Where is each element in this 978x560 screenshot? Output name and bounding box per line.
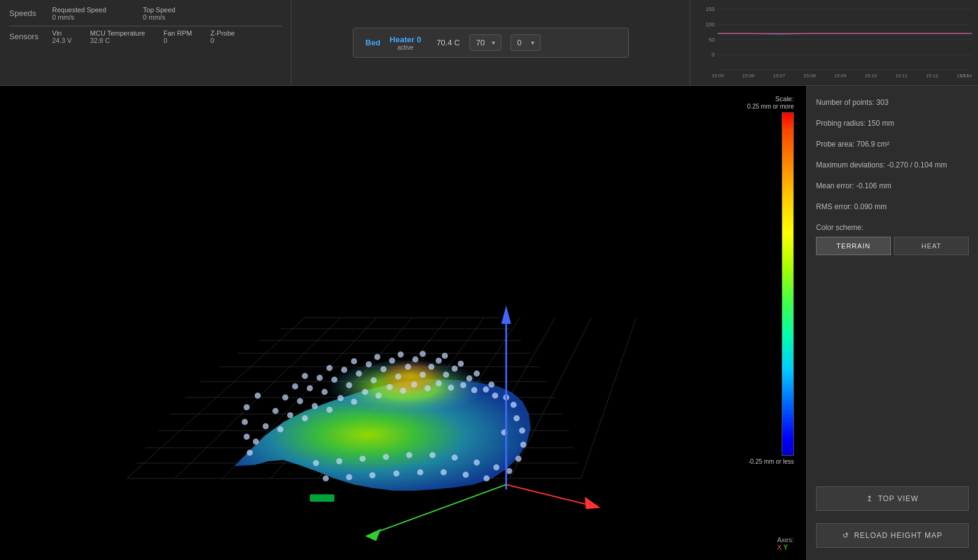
svg-point-136	[244, 404, 250, 410]
reload-height-map-button[interactable]: ↺ RELOAD HEIGHT MAP	[816, 523, 969, 548]
svg-point-103	[302, 373, 308, 379]
svg-point-94	[474, 370, 480, 377]
svg-point-77	[297, 398, 303, 404]
svg-point-83	[443, 372, 449, 378]
svg-point-54	[277, 426, 283, 432]
svg-point-59	[400, 388, 406, 394]
svg-point-111	[323, 475, 329, 481]
terrain-button[interactable]: TERRAIN	[816, 237, 891, 255]
scale-min-label: -0.25 mm or less	[749, 458, 794, 465]
svg-point-64	[510, 402, 517, 408]
svg-point-88	[331, 377, 337, 383]
svg-point-127	[493, 464, 499, 470]
num-points-stat: Number of points: 303	[816, 98, 969, 107]
svg-point-93	[452, 366, 458, 372]
scale-bar-container: Scale: 0.25 mm or more -0.25 mm or less	[747, 95, 794, 465]
fan-rpm-value: 0	[163, 37, 191, 44]
bed-label: Bed	[366, 38, 381, 47]
svg-point-130	[519, 428, 525, 434]
heater-status: active	[398, 44, 414, 51]
svg-point-110	[247, 450, 253, 456]
top-speed-col: Top Speed 0 mm/s	[143, 6, 175, 21]
svg-text:15:14: 15:14	[960, 73, 972, 79]
svg-text:15:07: 15:07	[773, 73, 786, 79]
svg-point-117	[463, 472, 469, 478]
top-speed-label: Top Speed	[143, 6, 175, 13]
sensors-label: Sensors	[9, 29, 52, 41]
svg-point-100	[412, 356, 418, 362]
svg-point-79	[346, 382, 352, 388]
svg-point-118	[483, 475, 490, 481]
svg-text:15:11: 15:11	[895, 73, 908, 79]
svg-point-124	[429, 452, 436, 458]
svg-text:15:09: 15:09	[834, 73, 847, 79]
fan-rpm-col: Fan RPM 0	[163, 29, 191, 44]
svg-point-123	[406, 452, 412, 458]
svg-point-108	[420, 351, 426, 357]
top-speed-value: 0 mm/s	[143, 13, 175, 21]
svg-point-57	[351, 399, 357, 405]
svg-point-121	[360, 456, 366, 462]
svg-text:15:08: 15:08	[804, 73, 817, 79]
heater-name: Heater 0	[390, 35, 421, 44]
svg-point-114	[393, 470, 399, 477]
svg-point-68	[337, 395, 344, 401]
mcu-temp-value: 32.8 C	[90, 37, 145, 44]
svg-point-125	[452, 455, 458, 461]
right-panel: Number of points: 303 Probing radius: 15…	[806, 86, 978, 560]
svg-point-137	[255, 393, 261, 399]
svg-point-73	[460, 382, 466, 388]
svg-text:50: 50	[709, 37, 715, 43]
max-deviations-stat: Maximum deviations: -0.270 / 0.104 mm	[816, 161, 969, 169]
svg-point-66	[287, 412, 293, 418]
axes-label: Axes: X Y	[777, 536, 794, 551]
sensors-data: Vin 24.3 V MCU Temperature 32.8 C Fan RP…	[52, 29, 235, 44]
heater-current-temp: 70.4 C	[436, 38, 460, 47]
svg-point-84	[466, 375, 472, 382]
mcu-temp-col: MCU Temperature 32.8 C	[90, 29, 145, 44]
svg-point-91	[405, 364, 411, 370]
svg-point-72	[436, 380, 442, 386]
svg-point-135	[242, 419, 248, 425]
scale-max-label: 0.25 mm or more	[747, 103, 794, 110]
3d-view[interactable]: Scale: 0.25 mm or more -0.25 mm or less …	[0, 86, 806, 560]
svg-point-122	[383, 454, 389, 460]
svg-point-126	[474, 459, 480, 466]
mcu-temp-label: MCU Temperature	[90, 29, 145, 37]
arrow-up-icon: ↥	[866, 494, 873, 503]
svg-point-105	[351, 358, 357, 364]
speeds-data: Requested Speed 0 mm/s Top Speed 0 mm/s	[52, 6, 175, 21]
heat-button[interactable]: HEAT	[894, 237, 969, 255]
svg-point-112	[346, 474, 352, 480]
svg-point-87	[307, 385, 313, 391]
sensors-row: Sensors Vin 24.3 V MCU Temperature 32.8 …	[9, 29, 282, 44]
svg-point-76	[272, 408, 279, 414]
svg-point-120	[336, 458, 342, 464]
svg-point-106	[374, 354, 380, 360]
svg-point-80	[371, 377, 377, 383]
svg-point-96	[317, 375, 323, 381]
temp-offset-wrapper[interactable]: 0 5 -5	[510, 34, 541, 51]
temp-target-wrapper[interactable]: 70 60 80 0	[469, 34, 501, 51]
heater-card: Bed Heater 0 active 70.4 C 70 60 80 0 0 …	[353, 28, 629, 58]
svg-text:15:06: 15:06	[742, 73, 755, 79]
probing-radius-stat: Probing radius: 150 mm	[816, 119, 969, 128]
heater-panel: Bed Heater 0 active 70.4 C 70 60 80 0 0 …	[291, 0, 690, 85]
z-probe-col: Z-Probe 0	[210, 29, 235, 44]
svg-point-86	[282, 394, 288, 401]
vin-label: Vin	[52, 29, 72, 37]
rms-error-stat: RMS error: 0.090 mm	[816, 202, 969, 211]
speeds-divider	[9, 26, 282, 26]
svg-text:0: 0	[712, 52, 715, 58]
temp-target-select[interactable]: 70 60 80 0	[469, 34, 501, 51]
temp-offset-select[interactable]: 0 5 -5	[510, 34, 541, 51]
top-view-button[interactable]: ↥ TOP VIEW	[816, 486, 969, 511]
svg-point-109	[442, 353, 448, 359]
axes-title: Axes:	[777, 536, 794, 543]
svg-point-58	[375, 393, 382, 399]
svg-point-92	[428, 364, 434, 370]
svg-point-82	[420, 372, 426, 378]
requested-speed-label: Requested Speed	[52, 6, 106, 13]
chart-panel: 150 100 50 0 15:05 15:06 15:07 15:08 15:…	[690, 0, 978, 85]
svg-point-116	[441, 469, 447, 475]
